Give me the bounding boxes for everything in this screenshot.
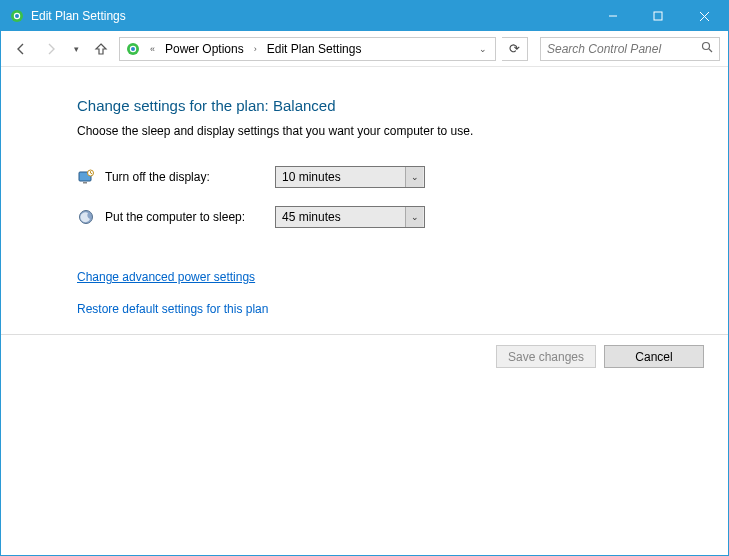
up-button[interactable] [89,37,113,61]
display-timeout-dropdown[interactable]: 10 minutes ⌄ [275,166,425,188]
power-options-icon [124,40,142,58]
sleep-timeout-value: 45 minutes [282,210,405,224]
breadcrumb-power-options[interactable]: Power Options [163,42,246,56]
svg-point-9 [131,47,135,51]
minimize-button[interactable] [590,1,635,31]
search-box[interactable]: Search Control Panel [540,37,720,61]
display-label: Turn off the display: [105,170,265,184]
display-icon [77,168,95,186]
address-expand-button[interactable]: ⌄ [475,44,491,54]
refresh-button[interactable]: ⟳ [502,37,528,61]
history-chevron-icon[interactable]: « [146,44,159,54]
app-icon [9,8,25,24]
forward-button [39,37,63,61]
chevron-down-icon: ⌄ [405,167,423,187]
address-bar[interactable]: « Power Options › Edit Plan Settings ⌄ [119,37,496,61]
svg-point-10 [703,43,710,50]
links-area: Change advanced power settings Restore d… [77,270,708,316]
search-placeholder: Search Control Panel [547,42,701,56]
link-advanced-settings[interactable]: Change advanced power settings [77,270,708,284]
display-timeout-value: 10 minutes [282,170,405,184]
back-button[interactable] [9,37,33,61]
svg-rect-4 [654,12,662,20]
svg-line-16 [91,173,93,174]
row-sleep: Put the computer to sleep: 45 minutes ⌄ [77,206,708,228]
svg-rect-13 [83,182,87,184]
navbar: ▾ « Power Options › Edit Plan Settings ⌄… [1,31,728,67]
close-button[interactable] [680,1,728,31]
sleep-icon [77,208,95,226]
maximize-button[interactable] [635,1,680,31]
row-display: Turn off the display: 10 minutes ⌄ [77,166,708,188]
svg-line-11 [709,49,712,52]
save-button: Save changes [496,345,596,368]
content-area: Change settings for the plan: Balanced C… [1,67,728,316]
svg-point-2 [15,14,19,18]
sleep-label: Put the computer to sleep: [105,210,265,224]
recent-locations-button[interactable]: ▾ [69,37,83,61]
link-restore-defaults[interactable]: Restore default settings for this plan [77,302,708,316]
page-heading: Change settings for the plan: Balanced [77,97,708,114]
window-title: Edit Plan Settings [31,9,126,23]
sleep-timeout-dropdown[interactable]: 45 minutes ⌄ [275,206,425,228]
chevron-down-icon: ⌄ [405,207,423,227]
search-icon [701,41,713,56]
chevron-right-icon[interactable]: › [250,44,261,54]
breadcrumb-edit-plan[interactable]: Edit Plan Settings [265,42,364,56]
titlebar: Edit Plan Settings [1,1,728,31]
footer-buttons: Save changes Cancel [1,335,728,368]
page-subtext: Choose the sleep and display settings th… [77,124,708,138]
cancel-button[interactable]: Cancel [604,345,704,368]
